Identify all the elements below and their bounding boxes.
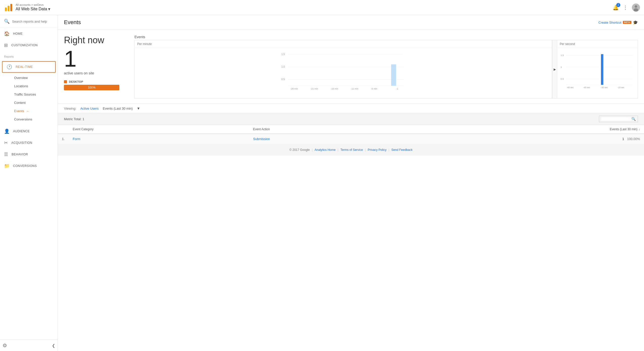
device-section: DESKTOP 100% [64,80,134,90]
metric-bar: Metric Total: 1 🔍 [58,113,644,125]
sidebar-item-customization[interactable]: ⊞ CUSTOMIZATION [0,39,58,51]
action-link[interactable]: Submission [253,137,270,141]
notification-badge: 2 [616,3,620,7]
table-header: Event Category Event Action Events (Last… [58,125,644,134]
sidebar-item-audience[interactable]: 👤 AUDIENCE [0,125,58,137]
top-header: All accounts > weDevs All Web Site Data … [0,0,644,15]
analytics-home-link[interactable]: Analytics Home [315,148,336,152]
header-right: 🔔 2 ⋮ [613,4,640,12]
svg-text:-21 min: -21 min [311,87,318,90]
chart-container: Per minute 1.5 1.0 0.5 [134,40,638,99]
metric-total: Metric Total: 1 [64,117,84,121]
svg-text:-16 min: -16 min [331,87,338,90]
avatar-image [632,4,640,12]
copyright: © 2017 Google [290,148,310,152]
customization-label: CUSTOMIZATION [11,43,38,47]
svg-text:1: 1 [561,66,562,68]
active-label: active users on site [64,71,134,75]
progress-bar-fill: 100% [64,85,119,90]
sidebar-item-conversions[interactable]: Conversions [0,115,58,123]
sort-icon: ↓ [638,127,640,131]
device-label: DESKTOP [69,80,83,83]
chevron-down-icon[interactable]: ▾ [48,6,50,12]
behavior-label: BEHAVIOR [12,153,28,156]
svg-text:-1: -1 [396,87,398,90]
svg-text:1.0: 1.0 [281,65,285,68]
chart-title: Events [134,35,638,39]
content-area: Events Create Shortcut BETA 🎓 Right now … [58,15,644,351]
collapse-icon[interactable]: ❮ [52,343,55,348]
sidebar-item-locations[interactable]: Locations [0,82,58,90]
sidebar-item-acquisition[interactable]: ✂ ACQUISITION [0,137,58,149]
per-minute-graph: 1.5 1.0 0.5 -26 [135,48,552,98]
site-title: All Web Site Data [16,7,47,11]
header-breadcrumb: All accounts > weDevs All Web Site Data … [16,3,50,12]
table-search-input[interactable] [601,117,631,121]
table-body: 1. Form Submission 1 100.00% [58,134,644,144]
settings-icon[interactable]: ⚙ [3,342,7,348]
chart-arrow-icon[interactable]: ▶ [554,68,556,71]
chart-panel: Events Per minute 1.5 1.0 0.5 [134,35,638,99]
audience-label: AUDIENCE [13,129,30,133]
breadcrumb-main[interactable]: All Web Site Data ▾ [16,6,50,12]
page-title: Events [64,19,81,26]
footer: © 2017 Google | Analytics Home | Terms o… [58,144,644,156]
shortcut-icon[interactable]: 🎓 [633,20,638,25]
per-minute-label: Per minute [135,40,552,48]
reports-label: Reports [0,53,58,60]
svg-text:1.5: 1.5 [281,53,285,56]
progress-label: 100% [88,86,96,89]
create-shortcut-link[interactable]: Create Shortcut [598,21,621,24]
progress-bar: 100% [64,85,119,90]
sidebar-item-overview[interactable]: Overview [0,74,58,82]
sidebar-item-realtime[interactable]: 🕐 REAL-TIME [2,61,56,73]
conversions-label: CONVERSIONS [13,164,37,168]
feedback-link[interactable]: Send Feedback [391,148,412,152]
per-minute-svg: 1.5 1.0 0.5 -26 [137,51,549,91]
breadcrumb-top: All accounts > weDevs [16,3,50,6]
col-events-label: Events (Last 30 min) [610,127,637,131]
viewing-tab-inactive[interactable]: Events (Last 30 min) [103,107,133,110]
acquisition-icon: ✂ [4,140,8,146]
notification-button[interactable]: 🔔 2 [613,5,619,11]
arrow-indicator: ← [26,109,29,113]
row-action: Submission [249,134,405,144]
svg-rect-2 [10,4,12,11]
sidebar-search[interactable]: 🔍 Search reports and help [0,15,58,28]
realtime-section: Right now 1 active users on site DESKTOP… [58,30,644,104]
audience-icon: 👤 [4,128,10,134]
category-link[interactable]: Form [73,137,80,141]
events-pct: 100.00% [627,137,640,141]
main-layout: 🔍 Search reports and help 🏠 HOME ⊞ CUSTO… [0,15,644,351]
col-header-events[interactable]: Events (Last 30 min) ↓ [405,125,644,134]
viewing-section: Viewing: Active Users Events (Last 30 mi… [58,104,644,113]
behavior-icon: ☰ [4,152,8,157]
sidebar-item-home[interactable]: 🏠 HOME [0,28,58,39]
sidebar-item-conversions-bottom[interactable]: 📁 CONVERSIONS [0,160,58,172]
avatar[interactable] [632,4,640,12]
page-header: Events Create Shortcut BETA 🎓 [58,15,644,30]
home-icon: 🏠 [4,31,10,36]
privacy-link[interactable]: Privacy Policy [368,148,387,152]
col-header-category: Event Category [69,125,249,134]
per-second-graph: 1.5 1 0.5 -60 se [557,48,638,98]
realtime-label: REAL-TIME [16,65,33,69]
per-second-svg: 1.5 1 0.5 -60 se [560,51,635,91]
viewing-tab-active[interactable]: Active Users [80,107,99,110]
sidebar-item-events[interactable]: Events ← [0,107,58,115]
table-search-box[interactable]: 🔍 [599,116,638,122]
sidebar-item-content[interactable]: Content [0,99,58,107]
sidebar-item-traffic-sources[interactable]: Traffic Sources [0,90,58,99]
sidebar-item-behavior[interactable]: ☰ BEHAVIOR [0,149,58,160]
search-label: Search reports and help [12,20,47,23]
header-left: All accounts > weDevs All Web Site Data … [4,3,50,12]
svg-text:0.5: 0.5 [561,78,564,80]
terms-link[interactable]: Terms of Service [340,148,363,152]
beta-badge: BETA [623,21,631,24]
acquisition-label: ACQUISITION [11,141,32,145]
more-options-button[interactable]: ⋮ [623,5,628,11]
metric-value: 1 [82,117,84,121]
metric-label: Metric Total: [64,117,82,121]
viewing-caret-icon: ▼ [137,106,140,110]
create-shortcut: Create Shortcut BETA 🎓 [598,20,638,25]
